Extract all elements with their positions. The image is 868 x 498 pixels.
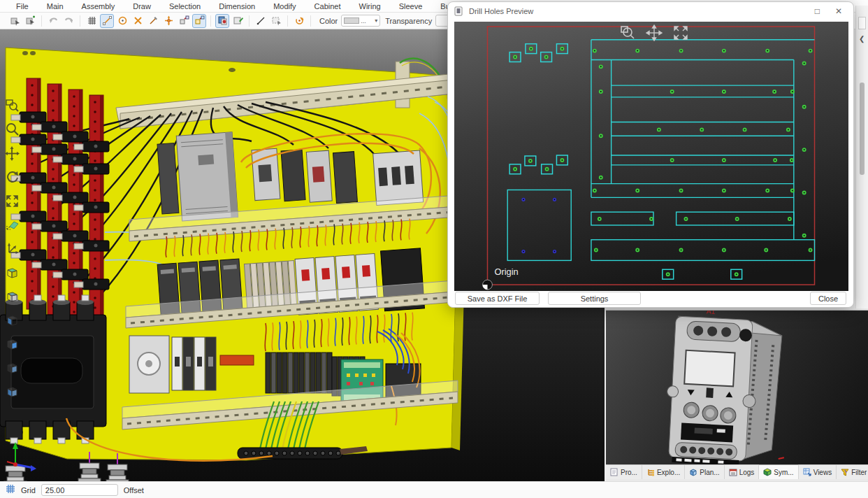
toolbar-separator xyxy=(41,15,42,27)
cube-right-icon[interactable] xyxy=(3,336,20,352)
draw-line-icon xyxy=(102,15,113,26)
logs-icon xyxy=(729,468,737,476)
color-value: ... xyxy=(361,17,366,24)
save-dxf-button[interactable]: Save as DXF File xyxy=(455,292,540,305)
move-3d-icon[interactable] xyxy=(3,241,20,257)
insert-point-b-button[interactable] xyxy=(192,14,206,28)
draw-polyline-icon xyxy=(148,15,159,26)
redo-button[interactable] xyxy=(62,14,75,28)
maximize-button[interactable]: □ xyxy=(815,7,820,15)
box-select-button[interactable] xyxy=(269,14,283,28)
delete-entity-icon xyxy=(133,15,143,26)
insert-point-a-button[interactable] xyxy=(177,14,191,28)
menu-item-cabinet[interactable]: Cabinet xyxy=(305,2,350,10)
dialog-title-bar[interactable]: Drill Holes Preview □ ✕ xyxy=(448,2,853,20)
settings-button[interactable]: Settings xyxy=(548,292,641,305)
device-3d-render: A1 xyxy=(606,311,868,464)
tab-views[interactable]: Views xyxy=(799,465,837,479)
grid-size-input[interactable] xyxy=(41,484,118,496)
drill-preview-canvas[interactable]: Origin xyxy=(454,22,848,291)
dialog-icon xyxy=(454,6,463,16)
cube-top-icon[interactable] xyxy=(3,288,20,304)
fit-view-icon[interactable] xyxy=(3,193,20,209)
rotate-view-icon xyxy=(294,15,305,26)
drill-pattern: Origin xyxy=(454,22,848,291)
menu-item-dimension[interactable]: Dimension xyxy=(210,2,264,10)
view-plane-icon[interactable] xyxy=(3,217,20,233)
tab-logs[interactable]: Logs xyxy=(725,465,760,479)
move-point-icon xyxy=(164,15,174,26)
component-preview-3d[interactable]: A1 xyxy=(606,310,868,464)
draw-polyline-button[interactable] xyxy=(146,14,160,28)
tab-label: Plan... xyxy=(700,469,719,476)
delete-entity-button[interactable] xyxy=(131,14,145,28)
tab-project[interactable]: Pro... xyxy=(606,465,642,479)
views-icon xyxy=(803,468,811,476)
preview-fit-icon[interactable] xyxy=(672,24,689,44)
cube-left-icon[interactable] xyxy=(3,312,20,328)
tab-label: Pro... xyxy=(621,469,637,476)
dock-button[interactable] xyxy=(858,17,866,29)
color-dropdown[interactable]: ...▾ xyxy=(341,15,380,27)
menu-item-sleeve[interactable]: Sleeve xyxy=(390,2,432,10)
draw-circle-icon xyxy=(117,15,128,26)
toolbar-separator xyxy=(287,15,288,27)
tab-label: Sym... xyxy=(774,469,793,476)
device-label-a1: A1 xyxy=(706,311,715,315)
dialog-title: Drill Holes Preview xyxy=(469,7,533,15)
toolbar-separator xyxy=(80,15,80,27)
close-x-button[interactable]: ✕ xyxy=(835,7,842,15)
plan-icon xyxy=(689,468,697,476)
view-toolbar xyxy=(3,98,20,399)
tab-filter[interactable]: Filter xyxy=(837,465,868,479)
tab-explorer[interactable]: Explo... xyxy=(642,465,685,479)
tab-label: Logs xyxy=(739,469,755,476)
close-button[interactable]: Close xyxy=(810,292,846,305)
menu-item-main[interactable]: Main xyxy=(38,2,73,10)
project-icon xyxy=(610,468,619,476)
draw-line-button[interactable] xyxy=(100,14,114,28)
rotate-view-button[interactable] xyxy=(292,14,306,28)
zoom-icon[interactable] xyxy=(3,122,20,138)
select-entity-button[interactable] xyxy=(8,14,22,28)
toolbar-separator xyxy=(249,15,249,27)
undo-button[interactable] xyxy=(46,14,60,28)
menu-item-draw[interactable]: Draw xyxy=(124,2,160,10)
menu-item-selection[interactable]: Selection xyxy=(160,2,210,10)
offset-label: Offset xyxy=(124,486,144,495)
cube-iso-icon[interactable] xyxy=(3,383,20,399)
tab-label: Explo... xyxy=(657,469,680,476)
tab-label: Views xyxy=(813,469,832,476)
tab-plan[interactable]: Plan... xyxy=(685,465,724,479)
move-point-button[interactable] xyxy=(161,14,175,28)
orbit-icon[interactable] xyxy=(3,169,20,185)
pan-icon[interactable] xyxy=(3,145,20,162)
menu-item-modify[interactable]: Modify xyxy=(264,2,305,10)
tab-symbols[interactable]: Sym... xyxy=(759,464,798,479)
insert-point-b-icon xyxy=(194,15,205,26)
preview-zoom-icon[interactable] xyxy=(619,24,636,44)
menu-item-wiring[interactable]: Wiring xyxy=(350,2,390,10)
tab-label: Filter xyxy=(851,469,867,476)
paste-special-button[interactable] xyxy=(215,14,229,28)
origin-label: Origin xyxy=(494,266,518,277)
select-add-button[interactable] xyxy=(23,14,37,28)
panel-scrollbar[interactable] xyxy=(860,83,865,175)
preview-pan-icon[interactable] xyxy=(646,24,663,44)
status-bar: Grid Offset xyxy=(0,481,868,498)
explorer-icon xyxy=(646,468,655,476)
color-swatch xyxy=(344,17,359,24)
cube-back-icon[interactable] xyxy=(3,360,20,376)
cube-front-icon[interactable] xyxy=(3,264,20,280)
collapse-chevron-icon[interactable]: ❮ xyxy=(859,35,865,43)
toolbar-separator xyxy=(210,15,211,27)
zoom-window-icon[interactable] xyxy=(3,98,20,114)
grid-button[interactable] xyxy=(85,14,99,28)
color-label: Color xyxy=(319,17,338,25)
measure-line-button[interactable] xyxy=(254,14,268,28)
edit-stamp-button[interactable] xyxy=(231,14,245,28)
draw-circle-button[interactable] xyxy=(115,14,129,28)
bottom-tab-bar: Pro...Explo...Plan...LogsSym...ViewsFilt… xyxy=(606,464,868,479)
menu-item-assembly[interactable]: Assembly xyxy=(73,2,124,10)
menu-item-file[interactable]: File xyxy=(7,2,38,10)
